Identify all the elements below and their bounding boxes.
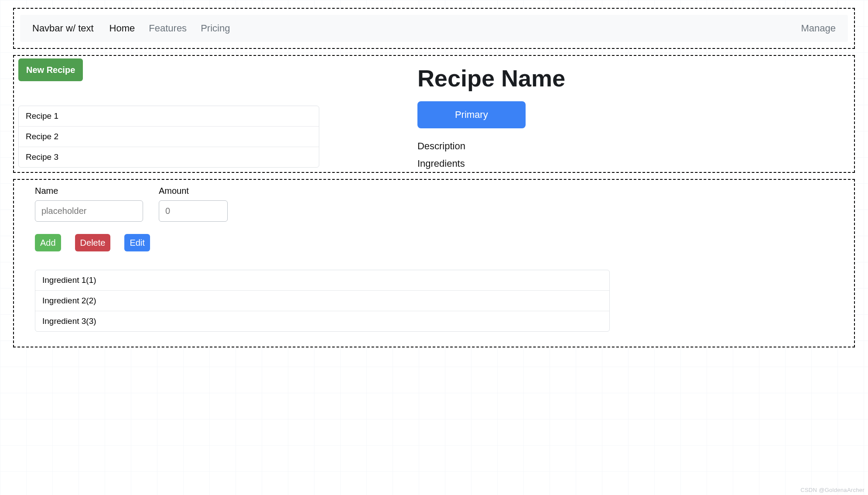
nav-link-home[interactable]: Home [109,23,135,34]
recipe-title: Recipe Name [417,65,850,92]
ingredient-button-row: Add Delete Edit [35,234,833,251]
recipe-list-item[interactable]: Recipe 2 [19,127,319,147]
navbar-brand: Navbar w/ text [32,23,94,34]
amount-form-group: Amount [159,186,228,222]
delete-button[interactable]: Delete [75,234,111,251]
navbar-manage-text[interactable]: Manage [801,23,836,34]
ingredient-list-item[interactable]: Ingredient 2(2) [35,291,609,311]
new-recipe-button[interactable]: New Recipe [18,58,83,81]
name-input[interactable] [35,200,143,222]
recipe-list-item[interactable]: Recipe 3 [19,147,319,167]
amount-label: Amount [159,186,228,196]
recipe-list-item[interactable]: Recipe 1 [19,106,319,127]
navbar-wireframe-panel: Navbar w/ text Home Features Pricing Man… [13,8,855,49]
ingredient-wireframe-panel: Name Amount Add Delete Edit Ingredient 1… [13,179,855,347]
ingredient-list-item[interactable]: Ingredient 3(3) [35,311,609,331]
nav-link-features[interactable]: Features [149,23,187,34]
navbar: Navbar w/ text Home Features Pricing Man… [20,15,848,42]
name-label: Name [35,186,143,196]
ingredient-form-row: Name Amount [35,186,833,222]
add-button[interactable]: Add [35,234,61,251]
primary-button[interactable]: Primary [417,101,526,128]
ingredient-list: Ingredient 1(1) Ingredient 2(2) Ingredie… [35,270,610,332]
nav-link-pricing[interactable]: Pricing [201,23,230,34]
edit-button[interactable]: Edit [124,234,150,251]
description-label: Description [417,141,850,152]
recipe-wireframe-panel: New Recipe Recipe 1 Recipe 2 Recipe 3 Re… [13,55,855,173]
recipe-list-column: New Recipe Recipe 1 Recipe 2 Recipe 3 [18,58,417,169]
recipe-detail-column: Recipe Name Primary Description Ingredie… [417,58,850,169]
ingredient-list-item[interactable]: Ingredient 1(1) [35,270,609,291]
amount-input[interactable] [159,200,228,222]
ingredients-label: Ingredients [417,158,850,169]
recipe-list: Recipe 1 Recipe 2 Recipe 3 [18,106,319,168]
name-form-group: Name [35,186,143,222]
